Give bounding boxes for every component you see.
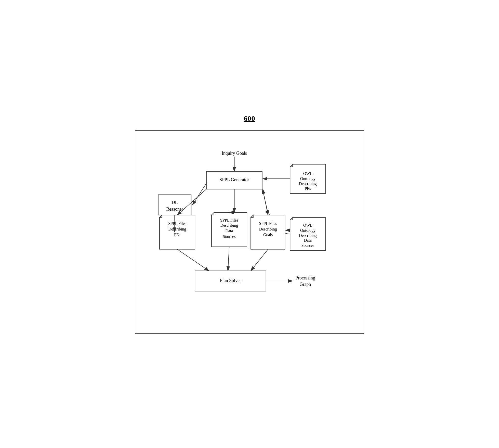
- sppl-goals-text2: Describing: [259, 227, 277, 231]
- arrow-goals-to-solver: [251, 249, 268, 271]
- figure-number: 600: [244, 114, 255, 123]
- owl-pes-text2: Ontology: [300, 176, 316, 181]
- sppl-ds-text3: Data: [225, 228, 233, 233]
- diagram-wrapper: 600 Inquiry Goals SPPL Generator DL Reas…: [135, 114, 364, 334]
- sppl-goals-text1: SPPL Files: [259, 221, 277, 225]
- processing-graph-label1: Processing: [295, 275, 315, 280]
- sppl-pes-doc: [160, 215, 195, 249]
- owl-ds-text3: Describing: [299, 233, 317, 238]
- sppl-ds-text1: SPPL Files: [220, 218, 238, 222]
- owl-pes-text1: OWL: [303, 171, 312, 175]
- owl-ds-text1: OWL: [303, 223, 312, 227]
- sppl-goals-fold: [251, 215, 253, 217]
- sppl-pes-text1: SPPL Files: [168, 221, 186, 225]
- arrow-pes-to-solver: [177, 249, 209, 271]
- sppl-pes-text3: PEs: [174, 232, 180, 237]
- sppl-ds-text4: Sources: [223, 234, 235, 238]
- owl-ds-text2: Ontology: [300, 228, 316, 233]
- arrow-ds-to-solver: [228, 247, 229, 271]
- sppl-goals-text3: Goals: [263, 232, 273, 237]
- diagram-svg: Inquiry Goals SPPL Generator DL Reasoner…: [148, 141, 351, 319]
- sppl-goals-doc: [251, 215, 285, 249]
- owl-ds-text5: Sources: [301, 243, 314, 248]
- owl-ds-text4: Data: [304, 238, 312, 242]
- processing-graph-label2: Graph: [300, 282, 311, 287]
- owl-pes-text3: Describing: [299, 181, 317, 186]
- arrow-sppl-to-dl: [192, 183, 206, 205]
- owl-pes-text4: PEs: [305, 186, 311, 191]
- owl-pes-fold: [290, 164, 293, 167]
- inquiry-goals-label: Inquiry Goals: [222, 150, 247, 156]
- sppl-ds-fold: [212, 212, 214, 215]
- sppl-ds-text2: Describing: [220, 223, 238, 227]
- arrow-sppl-to-goals-doc: [263, 189, 268, 215]
- diagram-border: Inquiry Goals SPPL Generator DL Reasoner…: [135, 130, 364, 334]
- dl-reasoner-label2: Reasoner: [166, 206, 183, 211]
- dl-reasoner-label: DL: [172, 200, 178, 205]
- sppl-generator-label: SPPL Generator: [219, 177, 249, 182]
- sppl-pes-fold: [160, 215, 162, 217]
- owl-ds-fold: [290, 217, 293, 220]
- sppl-pes-text2: Describing: [168, 227, 186, 231]
- plan-solver-label: Plan Solver: [220, 278, 241, 283]
